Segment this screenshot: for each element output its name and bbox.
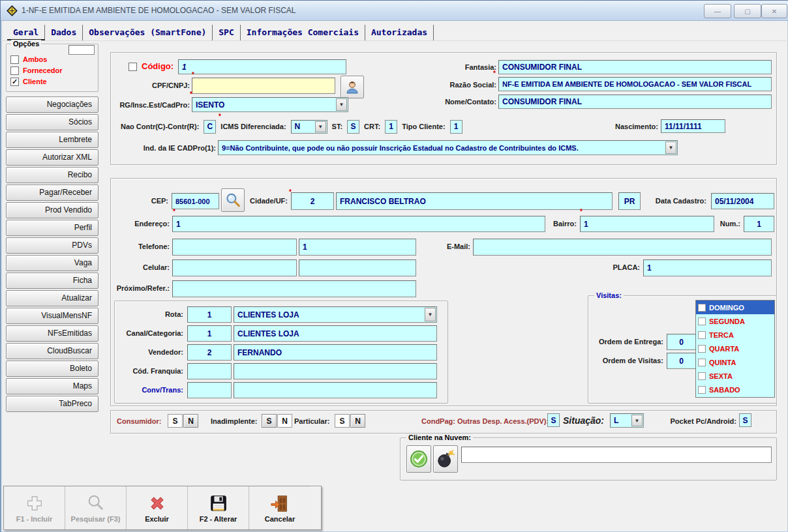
ordem-entrega-field[interactable]: 0 — [667, 334, 696, 350]
pesquisar-button[interactable]: Pesquisar (F3) — [65, 486, 127, 529]
options-extra-field[interactable] — [68, 45, 95, 55]
sidebar-button-negociacoes[interactable]: Negociações — [6, 96, 98, 113]
particular-n-button[interactable]: N — [350, 414, 365, 428]
day-row-quinta[interactable]: QUINTA — [696, 355, 774, 369]
conv-trans-name-field[interactable] — [234, 382, 437, 398]
nuvem-ok-button[interactable] — [406, 445, 431, 473]
placa-field[interactable]: 1 — [643, 259, 772, 276]
celular-field-2[interactable] — [299, 259, 416, 276]
close-button[interactable]: ✕ — [761, 4, 787, 18]
tab-observacoes[interactable]: Observações (SmartFone) — [83, 25, 213, 40]
day-checkbox[interactable] — [698, 331, 706, 339]
excluir-button[interactable]: Excluir — [127, 486, 188, 529]
cpf-cnpj-field[interactable] — [192, 78, 335, 94]
sidebar-button-pagar-receber[interactable]: Pagar/Receber — [6, 185, 98, 201]
tab-autorizadas[interactable]: Autorizadas — [365, 25, 434, 40]
sidebar-button-lembrete[interactable]: Lembrete — [6, 132, 98, 148]
day-row-quarta[interactable]: QUARTA — [696, 342, 774, 355]
dropdown-arrow-icon[interactable]: ▼ — [425, 308, 436, 321]
sidebar-button-nfsemitidas[interactable]: NFsEmitidas — [6, 325, 98, 342]
sidebar-button-prod-vendido[interactable]: Prod Vendido — [6, 202, 98, 218]
inadimplente-n-button[interactable]: N — [277, 414, 292, 428]
cidade-nome-field[interactable]: FRANCISCO BELTRAO — [336, 192, 613, 210]
incluir-button[interactable]: F1 - Incluir — [4, 486, 65, 529]
crt-field[interactable]: 1 — [385, 120, 397, 134]
sidebar-button-tabpreco[interactable]: TabPreco — [6, 396, 98, 412]
day-checkbox[interactable] — [698, 318, 706, 325]
dropdown-arrow-icon[interactable]: ▼ — [665, 141, 676, 154]
day-row-segunda[interactable]: SEGUNDA — [696, 314, 774, 328]
sidebar-button-perfil[interactable]: Perfil — [6, 220, 98, 236]
sidebar-button-recibo[interactable]: Recibo — [6, 167, 98, 183]
day-row-terca[interactable]: TERCA — [696, 328, 774, 342]
tab-informacoes-comerciais[interactable]: Informações Comerciais — [241, 25, 365, 40]
dropdown-arrow-icon[interactable]: ▼ — [631, 415, 643, 426]
tipo-cliente-field[interactable]: 1 — [450, 120, 462, 134]
nuvem-field[interactable] — [461, 447, 772, 463]
vendedor-name-field[interactable]: FERNANDO — [234, 344, 437, 361]
franquia-name-field[interactable] — [234, 363, 437, 379]
checkbox-cliente[interactable]: ✓ — [10, 78, 19, 86]
day-checkbox[interactable] — [698, 386, 706, 394]
day-checkbox[interactable] — [698, 372, 706, 380]
telefone-field-1[interactable] — [172, 239, 297, 256]
ordem-visitas-field[interactable]: 0 — [667, 353, 696, 369]
ind-ie-combo[interactable]: 9=Não Contribuinte, que pode ou não poss… — [218, 140, 678, 155]
endereco-field[interactable]: 1 — [172, 216, 545, 232]
sidebar-button-maps[interactable]: Maps — [6, 378, 98, 394]
sidebar-button-boleto[interactable]: Boleto — [6, 361, 98, 377]
sidebar-button-cloudbuscar[interactable]: CloudBuscar — [6, 343, 98, 359]
tab-geral[interactable]: Geral — [7, 25, 45, 40]
bairro-field[interactable]: 1 — [580, 216, 714, 232]
fantasia-field[interactable]: CONSUMIDOR FINAL — [498, 60, 772, 74]
checkbox-fornecedor[interactable] — [10, 66, 19, 75]
icms-diferenciada-combo[interactable]: N ▼ — [291, 120, 327, 134]
consumidor-n-button[interactable]: N — [183, 414, 198, 428]
pocket-field[interactable]: S — [739, 413, 751, 427]
nome-contato-field[interactable]: CONSUMIDOR FINAL — [498, 95, 772, 109]
day-row-sexta[interactable]: SEXTA — [696, 369, 774, 383]
uf-field[interactable]: PR — [618, 192, 641, 210]
canal-name-field[interactable]: CLIENTES LOJA — [234, 325, 437, 342]
razao-social-field[interactable]: NF-E EMITIDA EM AMBIENTE DE HOMOLOGACAO … — [498, 77, 772, 91]
day-checkbox[interactable] — [698, 345, 706, 353]
cep-search-button[interactable] — [221, 188, 245, 212]
cidade-codigo-field[interactable]: 2 — [291, 192, 334, 210]
tab-dados[interactable]: Dados — [45, 25, 83, 40]
celular-field-1[interactable] — [172, 259, 297, 276]
sidebar-button-atualizar[interactable]: Atualizar — [6, 290, 98, 306]
situacao-combo[interactable]: L ▼ — [610, 413, 644, 428]
num-field[interactable]: 1 — [744, 216, 774, 232]
telefone-field-2[interactable]: 1 — [299, 239, 416, 256]
person-lookup-button[interactable] — [341, 76, 364, 98]
tab-spc[interactable]: SPC — [213, 25, 240, 40]
nao-contr-field[interactable]: C — [204, 120, 216, 134]
sidebar-button-socios[interactable]: Sócios — [6, 114, 98, 130]
data-cadastro-field[interactable]: 05/11/2004 — [711, 193, 774, 209]
minimize-button[interactable]: — — [704, 4, 731, 18]
proximo-refer-field[interactable] — [172, 280, 416, 297]
sidebar-button-autorizar-xml[interactable]: Autorizar XML — [6, 149, 98, 166]
sidebar-button-pdvs[interactable]: PDVs — [6, 237, 98, 254]
consumidor-s-button[interactable]: S — [168, 414, 183, 428]
codigo-checkbox[interactable] — [129, 63, 137, 71]
franquia-code-field[interactable] — [187, 363, 232, 379]
sidebar-button-ficha[interactable]: Ficha — [6, 273, 98, 289]
dropdown-arrow-icon[interactable]: ▼ — [315, 121, 326, 132]
codigo-field[interactable]: 1 — [178, 59, 346, 74]
conv-trans-code-field[interactable] — [187, 382, 232, 398]
maximize-button[interactable]: ▢ — [734, 4, 761, 18]
cep-field[interactable]: 85601-000 — [172, 193, 219, 209]
inadimplente-s-button[interactable]: S — [262, 414, 277, 428]
vendedor-code-field[interactable]: 2 — [187, 344, 232, 361]
cancelar-button[interactable]: Cancelar — [249, 486, 311, 529]
sidebar-button-vaga[interactable]: Vaga — [6, 255, 98, 271]
canal-code-field[interactable]: 1 — [187, 325, 232, 342]
dropdown-arrow-icon[interactable]: ▼ — [336, 98, 347, 111]
condpag-field[interactable]: S — [547, 413, 560, 427]
day-checkbox[interactable] — [698, 359, 706, 366]
checkbox-ambos[interactable] — [10, 55, 19, 64]
day-row-sabado[interactable]: SABADO — [696, 383, 774, 396]
email-field[interactable] — [473, 239, 772, 256]
rg-insc-combo[interactable]: ISENTO ▼ — [192, 97, 348, 112]
